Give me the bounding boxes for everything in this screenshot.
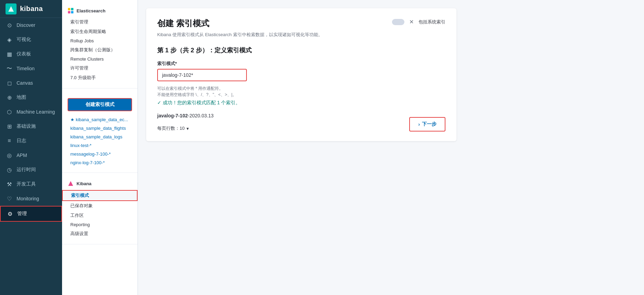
chevron-down-icon: ▾ bbox=[187, 126, 189, 131]
kibana-reporting[interactable]: Reporting bbox=[62, 220, 138, 229]
nav-item-uptime[interactable]: ◷ 运行时间 bbox=[0, 162, 62, 177]
next-step-button[interactable]: › 下一步 bbox=[409, 117, 445, 131]
success-text-content: ✓ 成功！您的索引模式匹配 1 个索引。 bbox=[157, 100, 240, 105]
nav-item-timelion[interactable]: 〜 Timelion bbox=[0, 61, 62, 76]
nav-item-maps-label: 地图 bbox=[17, 94, 26, 101]
nav-item-apm[interactable]: ◎ APM bbox=[0, 148, 62, 162]
index-pattern-logs[interactable]: kibana_sample_data_logs bbox=[62, 133, 138, 141]
nav-item-canvas[interactable]: ◻ Canvas bbox=[0, 76, 62, 90]
index-patterns-list-section: 创建索引模式 ★ kibana_sample_data_ec... kibana… bbox=[62, 88, 138, 173]
match-normal: -2020.03.13 bbox=[188, 113, 214, 118]
logo: kibana bbox=[0, 0, 62, 18]
elasticsearch-section-label: Elasticsearch bbox=[77, 8, 105, 13]
svg-rect-1 bbox=[68, 8, 70, 10]
kibana-logo-icon bbox=[6, 3, 17, 14]
management-icon: ⚙ bbox=[6, 210, 14, 218]
elasticsearch-section: Elasticsearch 索引管理 索引生命周期策略 Rollup Jobs … bbox=[62, 0, 138, 88]
nav-item-apm-label: APM bbox=[17, 152, 27, 158]
nav-item-dashboard-label: 仪表板 bbox=[17, 51, 31, 57]
create-index-pattern-card: 创建 索引模式 ✕ 包括系统索引 Kibana 使用索引模式从 Elastics… bbox=[146, 8, 456, 141]
index-pattern-input[interactable] bbox=[157, 69, 247, 81]
include-system-index-toggle[interactable] bbox=[392, 19, 404, 25]
page-subtitle: Kibana 使用索引模式从 Elasticsearch 索引中检索数据，以实现… bbox=[157, 32, 445, 38]
uptime-icon: ◷ bbox=[6, 166, 13, 173]
infra-icon: ⊞ bbox=[6, 123, 13, 130]
es-upgrade[interactable]: 7.0 升级助手 bbox=[62, 73, 138, 83]
nav-item-maps[interactable]: ⊕ 地图 bbox=[0, 90, 62, 105]
kibana-index-patterns[interactable]: 索引模式 bbox=[62, 190, 138, 201]
ml-icon: ⬡ bbox=[6, 108, 13, 116]
apm-icon: ◎ bbox=[6, 151, 13, 159]
index-match-item: javalog-7-102-2020.03.13 bbox=[157, 112, 445, 120]
create-index-pattern-button[interactable]: 创建索引模式 bbox=[68, 98, 132, 111]
kibana-advanced-settings[interactable]: 高级设置 bbox=[62, 229, 138, 239]
elasticsearch-icon bbox=[68, 8, 74, 14]
index-pattern-kibana-ec[interactable]: ★ kibana_sample_data_ec... bbox=[62, 115, 138, 124]
es-remote-clusters[interactable]: Remote Clusters bbox=[62, 55, 138, 63]
create-btn-wrapper: 创建索引模式 bbox=[62, 94, 138, 115]
hint-line2: 不能使用空格或字符 \、/、?、"、<、>、|。 bbox=[157, 92, 237, 97]
close-button[interactable]: ✕ bbox=[407, 18, 416, 26]
next-btn-label: 下一步 bbox=[422, 121, 436, 127]
monitoring-icon: ♡ bbox=[6, 195, 13, 202]
kibana-workspace[interactable]: 工作区 bbox=[62, 211, 138, 220]
kibana-section-label: Kibana bbox=[77, 181, 91, 186]
left-nav: kibana ⊙ Discover ◈ 可视化 ▦ 仪表板 〜 Timelion… bbox=[0, 0, 62, 295]
nav-item-logs[interactable]: ≡ 日志 bbox=[0, 134, 62, 148]
card-header: 创建 索引模式 ✕ 包括系统索引 bbox=[157, 18, 445, 29]
nav-item-devtools-label: 开发工具 bbox=[17, 181, 36, 187]
dashboard-icon: ▦ bbox=[6, 50, 13, 58]
canvas-icon: ◻ bbox=[6, 79, 13, 87]
nav-item-logs-label: 日志 bbox=[17, 138, 26, 144]
nav-item-ml-label: Machine Learning bbox=[17, 109, 55, 115]
nav-item-visualize[interactable]: ◈ 可视化 bbox=[0, 32, 62, 47]
nav-item-ml[interactable]: ⬡ Machine Learning bbox=[0, 105, 62, 119]
svg-rect-2 bbox=[71, 8, 73, 10]
nav-item-management[interactable]: ⚙ 管理 bbox=[0, 206, 62, 222]
nav-item-devtools[interactable]: ⚒ 开发工具 bbox=[0, 177, 62, 191]
chevron-right-icon: › bbox=[418, 122, 420, 127]
secondary-sidebar: Elasticsearch 索引管理 索引生命周期策略 Rollup Jobs … bbox=[62, 0, 138, 295]
index-pattern-flights[interactable]: kibana_sample_data_flights bbox=[62, 124, 138, 133]
step-title: 第 1 步（共 2 步）：定义索引模式 bbox=[157, 46, 445, 54]
index-pattern-nginx[interactable]: nginx-log-7-100-* bbox=[62, 158, 138, 167]
pagination-row: 每页行数：10 ▾ bbox=[157, 125, 445, 131]
nav-item-dashboard[interactable]: ▦ 仪表板 bbox=[0, 47, 62, 61]
toggle-label: 包括系统索引 bbox=[419, 19, 445, 25]
hint-line1: 可以在索引模式中将 * 用作通配符。 bbox=[157, 86, 223, 91]
success-message: ✓ 成功！您的索引模式匹配 1 个索引。 bbox=[157, 100, 445, 106]
nav-item-timelion-label: Timelion bbox=[17, 66, 34, 71]
index-pattern-field-row bbox=[157, 69, 445, 81]
es-index-mgmt[interactable]: 索引管理 bbox=[62, 17, 138, 27]
logo-text: kibana bbox=[20, 5, 43, 13]
main-content: 创建 索引模式 ✕ 包括系统索引 Kibana 使用索引模式从 Elastics… bbox=[138, 0, 644, 295]
kibana-icon bbox=[68, 180, 74, 187]
devtools-icon: ⚒ bbox=[6, 180, 13, 188]
es-rollup[interactable]: Rollup Jobs bbox=[62, 36, 138, 45]
kibana-saved-objects[interactable]: 已保存对象 bbox=[62, 201, 138, 211]
match-bold: javalog-7-102 bbox=[157, 113, 188, 118]
nav-item-discover[interactable]: ⊙ Discover bbox=[0, 18, 62, 32]
svg-marker-5 bbox=[68, 181, 73, 186]
logs-icon: ≡ bbox=[6, 137, 13, 145]
page-title: 创建 索引模式 bbox=[157, 18, 209, 29]
nav-item-monitoring-label: Monitoring bbox=[17, 196, 39, 201]
nav-item-canvas-label: Canvas bbox=[17, 80, 33, 86]
es-ccr[interactable]: 跨集群复制（公测版） bbox=[62, 45, 138, 55]
es-ilm[interactable]: 索引生命周期策略 bbox=[62, 27, 138, 36]
next-btn-wrapper: › 下一步 bbox=[409, 117, 445, 131]
nav-item-uptime-label: 运行时间 bbox=[17, 167, 36, 173]
index-pattern-field-label: 索引模式* bbox=[157, 61, 445, 67]
system-index-toggle-area: ✕ 包括系统索引 bbox=[392, 18, 445, 26]
index-pattern-linux-test[interactable]: linux-test-* bbox=[62, 141, 138, 150]
index-pattern-messagelog[interactable]: messagelog-7-100-* bbox=[62, 150, 138, 158]
field-hint: 可以在索引模式中将 * 用作通配符。 不能使用空格或字符 \、/、?、"、<、>… bbox=[157, 85, 445, 98]
discover-icon: ⊙ bbox=[6, 21, 13, 29]
svg-marker-0 bbox=[8, 6, 14, 12]
nav-item-monitoring[interactable]: ♡ Monitoring bbox=[0, 191, 62, 206]
nav-item-management-label: 管理 bbox=[17, 211, 27, 217]
es-license[interactable]: 许可管理 bbox=[62, 63, 138, 73]
elasticsearch-header: Elasticsearch bbox=[62, 6, 138, 16]
maps-icon: ⊕ bbox=[6, 94, 13, 101]
nav-item-infra[interactable]: ⊞ 基础设施 bbox=[0, 119, 62, 134]
